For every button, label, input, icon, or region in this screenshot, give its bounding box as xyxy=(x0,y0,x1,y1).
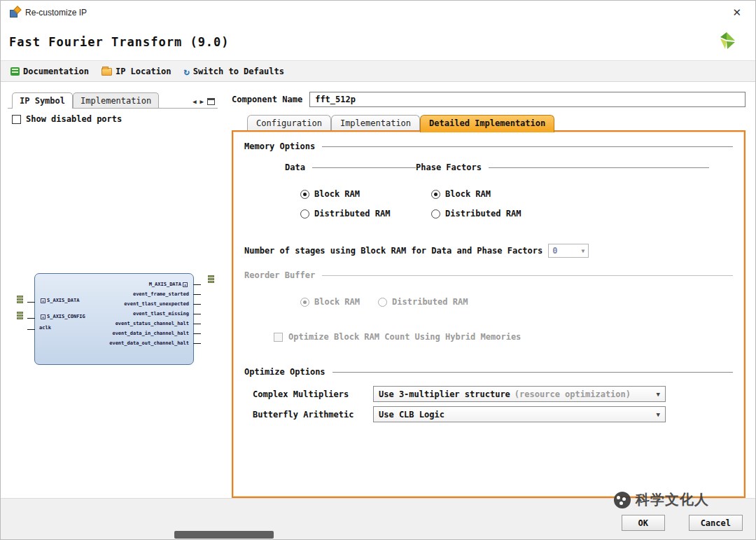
expand-icon[interactable]: + xyxy=(41,314,46,319)
butterfly-arithmetic-row: Butterfly Arithmetic Use CLB Logic ▼ xyxy=(253,406,733,422)
right-panel: Component Name Configuration Implementat… xyxy=(232,83,746,498)
ip-symbol-block: M_AXIS_DATA+ event_frame_started event_t… xyxy=(34,273,194,365)
tab-ip-symbol[interactable]: IP Symbol xyxy=(12,92,73,109)
phase-distributed-ram-option[interactable]: Distributed RAM xyxy=(431,209,709,219)
memory-columns: Data Block RAM Distributed RAM Phase Fac… xyxy=(285,162,733,219)
butterfly-arithmetic-value: Use CLB Logic xyxy=(379,410,444,420)
stages-dropdown[interactable]: 0 ▼ xyxy=(548,244,589,258)
ip-location-label: IP Location xyxy=(115,67,171,76)
port-stub xyxy=(27,318,35,319)
documentation-label: Documentation xyxy=(23,67,89,76)
documentation-icon xyxy=(10,67,20,76)
stages-value: 0 xyxy=(552,246,557,256)
memory-options-heading: Memory Options xyxy=(244,141,733,151)
ip-location-button[interactable]: IP Location xyxy=(97,64,175,78)
data-group: Data Block RAM Distributed RAM xyxy=(285,162,416,219)
toolbar: Documentation IP Location ↻ Switch to De… xyxy=(1,60,755,82)
port-event-tlast-unexpected[interactable]: event_tlast_unexpected xyxy=(109,299,189,309)
expand-icon[interactable]: + xyxy=(41,298,46,303)
tab-configuration[interactable]: Configuration xyxy=(247,115,331,130)
phase-factors-group: Phase Factors Block RAM Distributed RAM xyxy=(416,162,733,219)
background-window-artifact xyxy=(174,531,274,539)
left-panel-tabstrip: IP Symbol Implementation ◀ ▶ xyxy=(8,92,218,109)
port-s-axis-data[interactable]: +S_AXIS_DATA xyxy=(39,298,79,303)
cancel-button[interactable]: Cancel xyxy=(689,515,743,531)
ok-button[interactable]: OK xyxy=(622,515,665,531)
radio-disabled-selected-icon xyxy=(300,298,309,307)
complex-multipliers-label: Complex Multipliers xyxy=(253,389,373,399)
chevron-down-icon: ▼ xyxy=(651,411,660,418)
butterfly-arithmetic-label: Butterfly Arithmetic xyxy=(253,410,373,420)
reorder-buffer-heading: Reorder Buffer xyxy=(244,270,733,280)
m-axis-bus-icon xyxy=(208,275,214,284)
tab-implementation[interactable]: Implementation xyxy=(331,115,420,130)
component-name-input[interactable] xyxy=(309,92,746,107)
hybrid-memories-checkbox xyxy=(274,333,283,342)
phase-factors-heading: Phase Factors xyxy=(416,162,709,172)
radio-selected-icon[interactable] xyxy=(300,190,309,199)
header: Fast Fourier Transform (9.0) xyxy=(1,24,755,60)
documentation-button[interactable]: Documentation xyxy=(6,64,93,78)
show-disabled-ports-row[interactable]: Show disabled ports xyxy=(8,109,218,130)
tab-pager: ◀ ▶ xyxy=(192,98,215,105)
reorder-distributed-ram-option: Distributed RAM xyxy=(378,297,468,307)
radio-disabled-icon xyxy=(378,298,387,307)
phase-block-ram-option[interactable]: Block RAM xyxy=(431,189,709,199)
optimize-options-heading: Optimize Options xyxy=(244,367,733,377)
reorder-block-ram-option: Block RAM xyxy=(300,297,360,307)
s-axis-data-bus-icon xyxy=(17,296,23,304)
hybrid-memories-label: Optimize Block RAM Count Using Hybrid Me… xyxy=(288,332,521,342)
port-event-data-in-channel-halt[interactable]: event_data_in_channel_halt xyxy=(109,328,189,338)
data-heading: Data xyxy=(285,162,416,172)
ip-symbol-canvas: M_AXIS_DATA+ event_frame_started event_t… xyxy=(8,130,218,498)
switch-to-defaults-label: Switch to Defaults xyxy=(193,67,284,76)
radio-icon[interactable] xyxy=(300,209,309,219)
port-stub xyxy=(27,302,35,303)
watermark-text: 科学文化人 xyxy=(636,490,709,509)
port-m-axis-data[interactable]: M_AXIS_DATA+ xyxy=(109,279,189,289)
switch-to-defaults-button[interactable]: ↻ Switch to Defaults xyxy=(179,64,288,78)
complex-multipliers-value: Use 3-multiplier structure xyxy=(379,389,510,399)
config-tabstrip: Configuration Implementation Detailed Im… xyxy=(247,115,746,130)
butterfly-arithmetic-dropdown[interactable]: Use CLB Logic ▼ xyxy=(373,406,666,422)
data-block-ram-option[interactable]: Block RAM xyxy=(300,189,416,199)
show-disabled-ports-label: Show disabled ports xyxy=(26,114,122,124)
expand-icon[interactable]: + xyxy=(183,282,188,287)
tab-scroll-right-icon[interactable]: ▶ xyxy=(200,98,204,105)
detailed-implementation-panel: Memory Options Data Block RAM Distribute… xyxy=(232,130,746,498)
close-icon[interactable]: ✕ xyxy=(727,5,747,20)
left-panel: IP Symbol Implementation ◀ ▶ Show disabl… xyxy=(8,83,218,498)
tab-scroll-left-icon[interactable]: ◀ xyxy=(192,98,196,105)
port-event-data-out-channel-halt[interactable]: event_data_out_channel_halt xyxy=(109,338,189,348)
data-distributed-ram-option[interactable]: Distributed RAM xyxy=(300,209,416,219)
port-s-axis-config[interactable]: +S_AXIS_CONFIG xyxy=(39,314,85,319)
reorder-buffer-options: Block RAM Distributed RAM xyxy=(300,297,733,307)
complex-multipliers-dropdown[interactable]: Use 3-multiplier structure (resource opt… xyxy=(373,386,666,402)
stages-row: Number of stages using Block RAM for Dat… xyxy=(244,244,733,258)
component-name-row: Component Name xyxy=(232,92,746,107)
show-disabled-ports-checkbox[interactable] xyxy=(12,115,21,124)
tab-detailed-implementation[interactable]: Detailed Implementation xyxy=(420,115,554,132)
complex-multipliers-row: Complex Multipliers Use 3-multiplier str… xyxy=(253,386,733,402)
port-aclk[interactable]: aclk xyxy=(39,325,51,331)
radio-selected-icon[interactable] xyxy=(431,190,440,199)
right-ports: M_AXIS_DATA+ event_frame_started event_t… xyxy=(109,279,189,348)
watermark: 科学文化人 xyxy=(614,490,709,509)
port-event-tlast-missing[interactable]: event_tlast_missing xyxy=(109,309,189,319)
chevron-down-icon: ▼ xyxy=(581,248,584,254)
chevron-down-icon: ▼ xyxy=(651,391,660,398)
component-name-label: Component Name xyxy=(232,95,302,104)
window-title: Re-customize IP xyxy=(25,8,87,18)
port-event-frame-started[interactable]: event_frame_started xyxy=(109,289,189,299)
port-event-status-channel-halt[interactable]: event_status_channel_halt xyxy=(109,319,189,328)
hybrid-memories-row: Optimize Block RAM Count Using Hybrid Me… xyxy=(274,332,733,342)
radio-icon[interactable] xyxy=(431,209,440,219)
complex-multipliers-hint: (resource optimization) xyxy=(514,389,631,399)
page-title: Fast Fourier Transform (9.0) xyxy=(9,35,230,49)
port-stub xyxy=(27,329,35,330)
float-panel-icon[interactable] xyxy=(207,98,215,105)
stages-label: Number of stages using Block RAM for Dat… xyxy=(244,246,542,256)
tab-implementation-left[interactable]: Implementation xyxy=(73,92,159,108)
footer-buttons: OK Cancel xyxy=(622,515,743,531)
refresh-icon: ↻ xyxy=(183,67,189,76)
